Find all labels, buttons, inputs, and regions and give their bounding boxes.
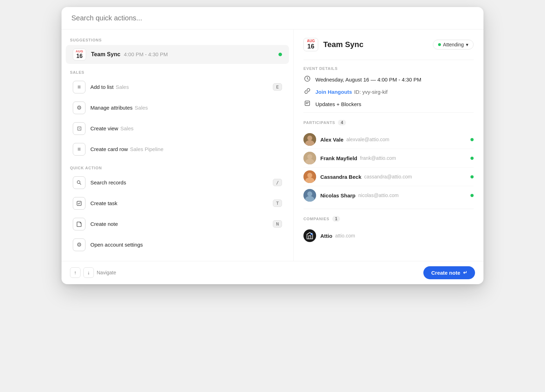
event-day: 16: [307, 43, 314, 50]
menu-item-add-to-list[interactable]: ≡ Add to list Sales E: [64, 77, 290, 97]
chevron-down-icon: ▾: [466, 42, 468, 47]
participant-name-cassandra: Cassandra Beck: [320, 174, 361, 180]
participant-email-nicolas: nicolas@attio.com: [358, 192, 399, 198]
item-label: Search records: [90, 179, 126, 185]
companies-header: COMPANIES 1: [303, 216, 474, 222]
item-label: Create task: [90, 200, 117, 206]
item-sub: Sales: [135, 105, 148, 111]
company-name-attio: Attio: [320, 233, 332, 239]
companies-label: COMPANIES: [303, 217, 329, 221]
companies-count: 1: [332, 216, 340, 222]
nav-down-button[interactable]: ↓: [83, 267, 94, 278]
divider3: [303, 209, 474, 209]
item-label: Manage attributes: [90, 105, 133, 111]
modal-footer: ↑ ↓ Navigate Create note ↵: [62, 261, 483, 284]
participant-email-alex: alexvale@attio.com: [346, 137, 389, 142]
participant-status-frank: [470, 157, 474, 160]
note-document-icon: [303, 100, 311, 108]
participant-status-alex: [470, 138, 474, 141]
participant-email-frank: frank@attio.com: [360, 155, 396, 161]
attending-dot: [438, 43, 441, 46]
participant-row: Nicolas Sharp nicolas@attio.com: [303, 186, 474, 204]
menu-item-create-view[interactable]: ⊡ Create view Sales: [64, 118, 290, 139]
task-icon: [73, 197, 85, 210]
search-input[interactable]: [71, 14, 474, 22]
participant-name-nicolas: Nicolas Sharp: [320, 192, 355, 198]
menu-item-create-note[interactable]: Create note N: [64, 214, 290, 234]
suggestion-active-dot: [278, 53, 282, 56]
participant-row: Cassandra Beck cassandra@attio.com: [303, 168, 474, 186]
note-icon: [73, 218, 85, 230]
right-panel: AUG 16 Team Sync Attending ▾ EVENT DETAI…: [294, 30, 483, 261]
create-note-button[interactable]: Create note ↵: [423, 266, 475, 279]
hangouts-id: ID: yvy-sirg-kif: [354, 89, 387, 95]
participant-status-cassandra: [470, 175, 474, 178]
menu-item-create-card-row[interactable]: ≡ Create card row Sales Pipeline: [64, 139, 290, 159]
participant-name-frank: Frank Mayfield: [320, 155, 357, 161]
event-note-row: Updates + Blockers: [303, 100, 474, 108]
list-icon: ≡: [73, 81, 85, 93]
divider2: [303, 112, 474, 113]
participant-row: Frank Mayfield frank@attio.com: [303, 149, 474, 168]
item-label: Open account settings: [90, 242, 143, 248]
menu-item-create-task[interactable]: Create task T: [64, 193, 290, 214]
menu-item-manage-attributes[interactable]: ⚙ Manage attributes Sales: [64, 98, 290, 118]
navigate-label: Navigate: [97, 270, 116, 275]
enter-icon: ↵: [463, 270, 467, 275]
view-icon: ⊡: [73, 122, 85, 135]
create-note-label: Create note: [431, 270, 460, 276]
shortcut-e: E: [273, 83, 282, 91]
participant-name-alex: Alex Vale: [320, 137, 344, 143]
event-details-label: EVENT DETAILS: [303, 66, 474, 71]
badge-month: AUG: [76, 50, 83, 53]
menu-item-search-records[interactable]: Search records /: [64, 172, 290, 193]
search-icon: [73, 176, 85, 189]
company-logo-attio: [303, 229, 316, 242]
event-month: AUG: [307, 39, 315, 43]
gear-icon: ⚙: [73, 102, 85, 114]
menu-item-open-settings[interactable]: ⚙ Open account settings: [64, 235, 290, 255]
svg-point-17: [307, 191, 312, 196]
attending-label: Attending: [443, 42, 464, 47]
participants-section: PARTICIPANTS 4 Alex Vale alexvale@attio.…: [303, 120, 474, 204]
avatar-cassandra: [303, 170, 316, 183]
card-icon: ≡: [73, 143, 85, 156]
suggestion-title: Team Sync: [91, 51, 120, 58]
nav-up-button[interactable]: ↑: [70, 267, 81, 278]
suggestions-label: SUGGESTIONS: [62, 35, 293, 44]
item-label: Add to list: [90, 84, 114, 90]
companies-section: COMPANIES 1 Attio attio.com: [303, 216, 474, 245]
item-sub: Sales Pipeline: [130, 146, 164, 152]
team-sync-suggestion[interactable]: AUG 16 Team Sync 4:00 PM - 4:30 PM: [66, 45, 289, 64]
hangouts-link[interactable]: Join Hangouts: [315, 89, 352, 95]
svg-rect-4: [305, 101, 310, 106]
date-badge: AUG 16: [73, 48, 86, 60]
avatar-frank: [303, 152, 316, 164]
item-sub: Sales: [116, 84, 129, 90]
shortcut-n: N: [273, 220, 282, 228]
link-icon: [303, 88, 311, 96]
divider: [303, 60, 474, 60]
event-note-title: Updates + Blockers: [315, 101, 361, 107]
shortcut-t: T: [273, 200, 282, 207]
avatar-alex: [303, 133, 316, 146]
left-panel: SUGGESTIONS AUG 16 Team Sync 4:00 PM - 4…: [62, 30, 294, 261]
svg-point-14: [307, 173, 312, 178]
svg-point-11: [307, 154, 312, 159]
participant-email-cassandra: cassandra@attio.com: [364, 174, 412, 179]
avatar-nicolas: [303, 189, 316, 202]
settings-icon: ⚙: [73, 239, 85, 251]
participant-row: Alex Vale alexvale@attio.com: [303, 130, 474, 149]
svg-line-1: [80, 183, 81, 184]
quick-actions-modal: SUGGESTIONS AUG 16 Team Sync 4:00 PM - 4…: [62, 7, 483, 284]
modal-body: SUGGESTIONS AUG 16 Team Sync 4:00 PM - 4…: [62, 30, 483, 261]
item-label: Create note: [90, 221, 118, 227]
search-bar: [62, 7, 483, 30]
item-label: Create card row: [90, 146, 128, 152]
attending-dropdown[interactable]: Attending ▾: [433, 40, 474, 50]
event-title: Team Sync: [323, 40, 364, 49]
event-date-badge: AUG 16: [303, 38, 318, 51]
event-hangouts-row: Join Hangouts ID: yvy-sirg-kif: [303, 88, 474, 96]
quick-action-label: QUICK ACTION: [62, 163, 293, 172]
suggestion-time: 4:00 PM - 4:30 PM: [124, 51, 168, 57]
